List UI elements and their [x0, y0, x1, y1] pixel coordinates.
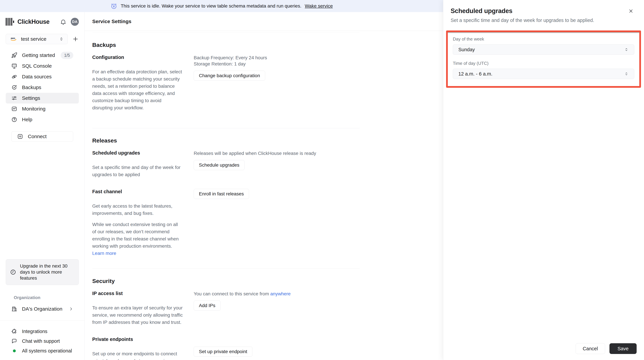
page-title: Service Settings	[92, 18, 131, 24]
alarm-snooze-icon	[110, 2, 118, 9]
panel-title: Scheduled upgrades	[451, 7, 634, 14]
system-status-item[interactable]: All systems operational	[6, 346, 79, 356]
ip-access-list-description: To ensure an extra layer of security for…	[92, 304, 183, 326]
storage-retention-text: Storage Retention: 1 day	[194, 61, 360, 67]
fast-channel-heading: Fast channel	[92, 189, 183, 194]
sidebar-item-settings[interactable]: Settings	[6, 93, 79, 103]
service-name: test service	[21, 36, 46, 42]
security-heading: Security	[92, 278, 360, 284]
anywhere-link[interactable]: anywhere	[270, 291, 291, 296]
day-of-week-label: Day of the week	[453, 36, 634, 42]
setup-private-endpoint-button[interactable]: Set up private endpoint	[194, 347, 252, 357]
organization-icon	[11, 306, 17, 312]
connect-button[interactable]: Connect	[12, 131, 73, 142]
annotation-highlight-box: Day of the week Sunday Time of day (UTC)…	[446, 30, 641, 88]
status-dot-green-icon	[13, 350, 16, 352]
progress-badge: 1/5	[61, 52, 73, 59]
organization-row[interactable]: DA's Organization	[6, 304, 79, 314]
sidebar-item-label: Help	[22, 117, 32, 122]
sidebar-item-label: Data sources	[22, 74, 52, 80]
data-sources-icon	[11, 74, 17, 80]
organization-name: DA's Organization	[22, 306, 62, 312]
help-icon	[11, 117, 17, 123]
releases-note: Releases will be applied when ClickHouse…	[194, 150, 360, 156]
sidebar-item-label: Getting started	[22, 52, 55, 58]
close-icon	[628, 8, 634, 14]
releases-heading: Releases	[92, 137, 360, 144]
private-endpoints-heading: Private endpoints	[92, 337, 183, 342]
fast-channel-description-1: Get early access to the latest features,…	[92, 202, 183, 217]
chevron-updown-icon	[624, 47, 629, 52]
time-of-day-value: 12 a.m. - 6 a.m.	[458, 71, 492, 77]
fast-channel-description-2: While we conduct extensive testing on al…	[92, 221, 183, 257]
scheduled-upgrades-panel: Scheduled upgrades Set a specific time a…	[443, 0, 644, 360]
sidebar-item-sql-console[interactable]: SQL Console	[6, 61, 79, 71]
upgrade-notice-card[interactable]: Upgrade in the next 30 days to unlock mo…	[6, 259, 79, 285]
divider	[92, 128, 360, 128]
sidebar-item-getting-started[interactable]: Getting started 1/5	[6, 50, 79, 61]
sidebar-item-data-sources[interactable]: Data sources	[6, 71, 79, 82]
sidebar-nav: Getting started 1/5 SQL Console Data sou…	[6, 50, 79, 125]
scheduled-upgrades-heading: Scheduled upgrades	[92, 150, 183, 156]
add-service-button[interactable]	[72, 36, 79, 42]
chevron-updown-icon	[59, 36, 64, 41]
schedule-upgrades-button[interactable]: Schedule upgrades	[194, 160, 244, 170]
sidebar-footer: Integrations Chat with support All syste…	[0, 320, 84, 360]
learn-more-link[interactable]: Learn more	[92, 251, 116, 256]
ip-access-list-heading: IP access list	[92, 291, 183, 296]
avatar[interactable]: DA	[71, 18, 79, 26]
day-of-week-value: Sunday	[458, 47, 475, 52]
monitoring-icon	[11, 106, 17, 112]
ip-access-note: You can connect to this service from any…	[194, 291, 360, 297]
svg-text:aws: aws	[11, 37, 15, 39]
footer-item-label: Chat with support	[22, 338, 60, 344]
panel-subtitle: Set a specific time and day of the week …	[451, 17, 634, 23]
footer-item-label: Integrations	[22, 329, 48, 334]
service-selector[interactable]: aws test service	[6, 34, 68, 44]
chat-support-item[interactable]: Chat with support	[6, 336, 79, 346]
change-backup-configuration-button[interactable]: Change backup configuration	[194, 71, 265, 81]
chevron-right-icon	[68, 307, 73, 311]
rocket-icon	[11, 52, 17, 58]
aws-icon: aws	[10, 36, 18, 41]
connect-icon	[17, 134, 23, 140]
idle-service-banner: This service is idle. Wake your service …	[0, 0, 443, 12]
chevron-updown-icon	[624, 71, 629, 76]
brand-title: ClickHouse	[18, 18, 50, 25]
sidebar: ClickHouse DA aws test service	[0, 12, 85, 360]
sidebar-item-backups[interactable]: Backups	[6, 82, 79, 93]
divider	[92, 32, 360, 33]
enroll-fast-releases-button[interactable]: Enroll in fast releases	[194, 189, 249, 199]
configuration-heading: Configuration	[92, 55, 183, 60]
day-of-week-select[interactable]: Sunday	[453, 44, 634, 55]
sidebar-item-label: Backups	[22, 85, 41, 90]
footer-item-label: All systems operational	[22, 348, 72, 354]
time-of-day-select[interactable]: 12 a.m. - 6 a.m.	[453, 69, 634, 79]
backups-description: For an effective data protection plan, s…	[92, 68, 183, 111]
settings-icon	[11, 95, 17, 101]
integrations-item[interactable]: Integrations	[6, 327, 79, 336]
puzzle-icon	[11, 328, 17, 334]
cancel-button[interactable]: Cancel	[576, 343, 605, 354]
clickhouse-logo-icon	[6, 18, 14, 26]
backup-frequency-text: Backup Frequency: Every 24 hours	[194, 55, 360, 61]
time-of-day-label: Time of day (UTC)	[453, 61, 634, 66]
wake-service-link[interactable]: Wake service	[305, 3, 333, 9]
add-ips-button[interactable]: Add IPs	[194, 301, 220, 311]
sidebar-item-monitoring[interactable]: Monitoring	[6, 103, 79, 114]
sidebar-item-help[interactable]: Help	[6, 114, 79, 125]
save-button[interactable]: Save	[610, 343, 636, 354]
organization-section-label: Organization	[14, 295, 79, 300]
sql-console-icon	[11, 63, 17, 69]
close-panel-button[interactable]	[627, 7, 634, 15]
connect-label: Connect	[28, 134, 46, 139]
bell-icon[interactable]	[60, 18, 66, 25]
sidebar-item-label: Settings	[22, 95, 40, 101]
banner-message: This service is idle. Wake your service …	[121, 3, 301, 9]
backups-icon	[11, 84, 17, 90]
main-content: Service Settings Backups Configuration F…	[85, 12, 443, 360]
sidebar-item-label: Monitoring	[22, 106, 46, 112]
clock-icon	[10, 269, 16, 275]
upgrade-notice-text: Upgrade in the next 30 days to unlock mo…	[20, 263, 72, 281]
backups-heading: Backups	[92, 42, 360, 48]
